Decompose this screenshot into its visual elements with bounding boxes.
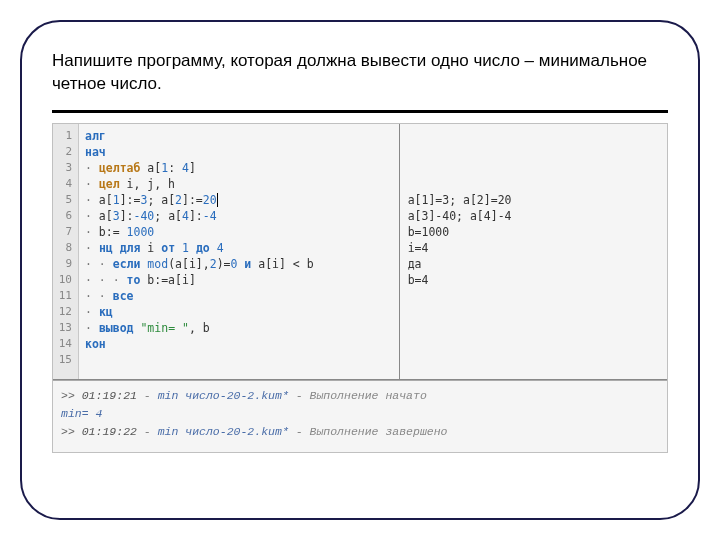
ide-top-split: 123456789101112131415 алг нач · целтаб a… xyxy=(53,124,667,380)
code-num: 2 xyxy=(210,257,217,271)
code-num: 1 xyxy=(182,241,189,255)
console-msg: - Выполнение завершено xyxy=(289,425,448,438)
console-file: min число-20-2.kum* xyxy=(158,425,289,438)
code-txt: (a[i], xyxy=(168,257,210,271)
code-str: "min= " xyxy=(140,321,188,335)
watch-pane[interactable]: a[1]=3; a[2]=20 a[3]-40; a[4]-4 b=1000 i… xyxy=(400,124,667,379)
console-pane[interactable]: >> 01:19:21 - min число-20-2.kum* - Выпо… xyxy=(53,380,667,452)
code-dash: · · · xyxy=(85,273,120,287)
code-txt: ] xyxy=(189,161,196,175)
code-num: 2 xyxy=(175,193,182,207)
code-dash: · xyxy=(85,241,92,255)
line-num: 9 xyxy=(65,257,72,270)
code-dash: · xyxy=(85,161,92,175)
watch-line: a[1]=3; a[2]=20 xyxy=(408,193,512,207)
code-dash: · xyxy=(85,177,92,191)
code-num: 4 xyxy=(182,209,189,223)
code-kw: от xyxy=(161,241,175,255)
code-kw: нач xyxy=(85,145,106,159)
slide-frame: Напишите программу, которая должна вывес… xyxy=(20,20,700,520)
console-time: 01:19:22 xyxy=(82,425,137,438)
code-type: целтаб xyxy=(99,161,141,175)
code-kw: все xyxy=(113,289,134,303)
code-txt: )= xyxy=(217,257,231,271)
code-num: -40 xyxy=(134,209,155,223)
code-txt: a[ xyxy=(92,209,113,223)
console-time: 01:19:21 xyxy=(82,389,137,402)
code-dash: · xyxy=(85,225,92,239)
code-txt: b:= xyxy=(92,225,127,239)
line-num: 4 xyxy=(65,177,72,190)
console-prompt: >> xyxy=(61,389,82,402)
code-kw: до xyxy=(196,241,210,255)
code-kw: кц xyxy=(99,305,113,319)
console-output: min= 4 xyxy=(61,407,102,420)
code-kw: то xyxy=(127,273,141,287)
code-text[interactable]: алг нач · целтаб a[1: 4] · цел i, j, h ·… xyxy=(79,124,399,379)
code-kw: алг xyxy=(85,129,106,143)
code-dash: · · xyxy=(85,289,106,303)
line-num: 11 xyxy=(59,289,72,302)
code-dash: · xyxy=(85,305,92,319)
code-dash: · xyxy=(85,193,92,207)
line-num: 1 xyxy=(65,129,72,142)
code-kw: нц для xyxy=(99,241,141,255)
line-num: 14 xyxy=(59,337,72,350)
code-txt: , b xyxy=(189,321,210,335)
code-num: -4 xyxy=(203,209,217,223)
code-txt: ]:= xyxy=(182,193,203,207)
task-description: Напишите программу, которая должна вывес… xyxy=(52,50,668,96)
line-num: 10 xyxy=(59,273,72,286)
code-dash: · xyxy=(85,209,92,223)
line-num: 6 xyxy=(65,209,72,222)
code-txt: ; a[ xyxy=(147,193,175,207)
line-gutter: 123456789101112131415 xyxy=(53,124,79,379)
code-num: 1 xyxy=(113,193,120,207)
code-txt: ; a[ xyxy=(154,209,182,223)
code-txt: ]:= xyxy=(120,193,141,207)
watch-line: i=4 xyxy=(408,241,429,255)
code-kw: кон xyxy=(85,337,106,351)
console-dash: - xyxy=(137,389,158,402)
watch-line: b=4 xyxy=(408,273,429,287)
cursor xyxy=(217,193,218,207)
code-num: 1000 xyxy=(127,225,155,239)
code-num: 20 xyxy=(203,193,217,207)
code-txt: : xyxy=(168,161,182,175)
ide-window: 123456789101112131415 алг нач · целтаб a… xyxy=(52,123,668,453)
code-txt xyxy=(175,241,182,255)
code-type: цел xyxy=(99,177,120,191)
watch-line: да xyxy=(408,257,422,271)
console-file: min число-20-2.kum* xyxy=(158,389,289,402)
divider xyxy=(52,110,668,113)
console-msg: - Выполнение начато xyxy=(289,389,427,402)
line-num: 5 xyxy=(65,193,72,206)
console-prompt: >> xyxy=(61,425,82,438)
line-num: 12 xyxy=(59,305,72,318)
line-num: 3 xyxy=(65,161,72,174)
code-fn: mod xyxy=(147,257,168,271)
code-num: 4 xyxy=(217,241,224,255)
code-txt xyxy=(189,241,196,255)
code-txt: a[ xyxy=(92,193,113,207)
code-kw: вывод xyxy=(99,321,134,335)
code-dash: · · xyxy=(85,257,106,271)
code-num: 4 xyxy=(182,161,189,175)
code-txt: i, j, h xyxy=(120,177,175,191)
code-txt: ]: xyxy=(120,209,134,223)
code-txt: i xyxy=(140,241,161,255)
code-txt: b:=a[i] xyxy=(140,273,195,287)
code-editor-pane[interactable]: 123456789101112131415 алг нач · целтаб a… xyxy=(53,124,400,379)
line-num: 2 xyxy=(65,145,72,158)
line-num: 15 xyxy=(59,353,72,366)
code-dash: · xyxy=(85,321,92,335)
code-txt: a[i] < b xyxy=(251,257,313,271)
watch-line: a[3]-40; a[4]-4 xyxy=(408,209,512,223)
code-txt xyxy=(210,241,217,255)
line-num: 7 xyxy=(65,225,72,238)
line-num: 8 xyxy=(65,241,72,254)
code-num: 3 xyxy=(113,209,120,223)
watch-line: b=1000 xyxy=(408,225,450,239)
code-kw: если xyxy=(113,257,141,271)
console-dash: - xyxy=(137,425,158,438)
